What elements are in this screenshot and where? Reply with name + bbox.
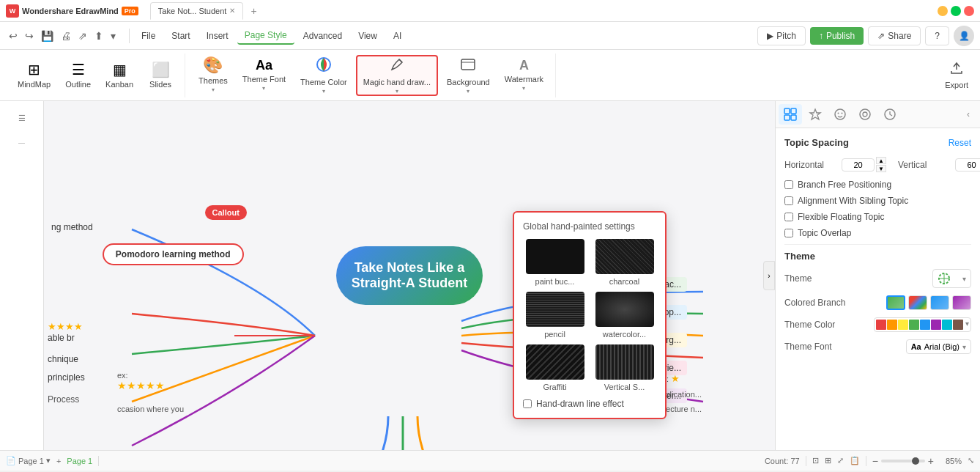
canvas-area[interactable]: ng method ★★★★ able br chnique principle…: [44, 101, 775, 450]
export-png-button[interactable]: 📋: [850, 456, 860, 465]
menu-view[interactable]: View: [351, 28, 385, 44]
add-tab-button[interactable]: +: [245, 2, 262, 20]
horizontal-down[interactable]: ▼: [876, 165, 886, 172]
background-button[interactable]: Background ▾: [441, 55, 496, 96]
magic-draw-icon: [389, 56, 405, 75]
current-page-tab[interactable]: Page 1: [67, 457, 92, 465]
left-node-4[interactable]: principles: [48, 372, 85, 383]
branch-color-purple[interactable]: [952, 295, 971, 310]
callout-node[interactable]: Callout: [205, 205, 247, 220]
alignment-sibling-checkbox[interactable]: [784, 196, 793, 205]
page-indicator[interactable]: 📄 Page 1 ▾: [6, 456, 51, 465]
colored-branch-row: Colored Branch: [784, 295, 971, 310]
font-select-dropdown[interactable]: Aa Arial (Big) ▾: [906, 339, 971, 354]
print-button[interactable]: 🖨: [58, 29, 74, 43]
topic-spacing-title: Topic Spacing: [784, 137, 849, 148]
themes-button[interactable]: 🎨 Themes ▾: [193, 55, 234, 96]
theme-select-dropdown[interactable]: ▾: [932, 269, 971, 288]
flexible-floating-checkbox[interactable]: [784, 213, 793, 221]
charcoal-item[interactable]: charcoal: [593, 239, 656, 286]
right-panel-collapse[interactable]: ‹: [959, 104, 977, 125]
menu-insert[interactable]: Insert: [199, 28, 236, 44]
pomodoro-node[interactable]: Pomodoro learning method: [103, 243, 244, 265]
rp-tab-emoji[interactable]: [828, 104, 852, 125]
slides-button[interactable]: ⬜ Slides: [142, 55, 179, 96]
paint-bucket-item[interactable]: paint buc...: [523, 239, 587, 286]
theme-color-button[interactable]: Theme Color ▾: [294, 55, 353, 96]
close-button[interactable]: [964, 6, 974, 16]
magic-draw-button[interactable]: Magic hand draw... ▾: [356, 55, 438, 96]
pencil-item[interactable]: pencil: [523, 292, 587, 339]
zoom-slider[interactable]: [881, 460, 925, 462]
actual-size-button[interactable]: ⊞: [825, 456, 831, 465]
alignment-sibling-label: Alignment With Sibling Topic: [798, 196, 908, 206]
help-button[interactable]: ?: [925, 26, 949, 45]
pitch-button[interactable]: ▶ Pitch: [757, 26, 806, 45]
kanban-button[interactable]: ▦ Kanban: [100, 55, 139, 96]
left-node-3[interactable]: chnique: [48, 354, 78, 364]
central-node[interactable]: Take Notes Like a Straight-A Student: [336, 246, 483, 305]
left-panel-menu2[interactable]: —: [7, 132, 37, 154]
watermark-button[interactable]: A Watermark ▾: [499, 55, 549, 96]
horizontal-input[interactable]: [842, 158, 875, 172]
menu-start[interactable]: Start: [164, 28, 197, 44]
maximize-button[interactable]: [951, 6, 961, 16]
tab-bar: Take Not... Student ✕ +: [150, 2, 263, 20]
color-palette-dropdown[interactable]: ▾: [874, 317, 971, 332]
share-button[interactable]: ⇗ Share: [868, 26, 921, 45]
bottom-text-occasion: ccasion where you: [117, 405, 184, 413]
rp-tab-clock[interactable]: [878, 104, 902, 125]
share-quick-button[interactable]: ⇗: [75, 29, 90, 43]
rp-tab-theme[interactable]: [853, 104, 877, 125]
add-page-button[interactable]: +: [56, 457, 61, 465]
vertical-s-item[interactable]: Vertical S...: [593, 344, 656, 391]
active-tab[interactable]: Take Not... Student ✕: [150, 2, 244, 20]
app-logo: W Wondershare EdrawMind Pro: [6, 4, 138, 18]
left-panel-collapse[interactable]: ☰: [7, 107, 37, 129]
redo-button[interactable]: ↪: [22, 29, 37, 43]
menu-advanced[interactable]: Advanced: [296, 28, 349, 44]
reset-button[interactable]: Reset: [949, 138, 971, 148]
theme-font-button[interactable]: Aa Theme Font ▾: [237, 55, 292, 96]
fullscreen-button[interactable]: ⤢: [837, 456, 844, 465]
hand-drawn-checkbox[interactable]: [523, 399, 532, 408]
undo-button[interactable]: ↩: [6, 29, 21, 43]
export-button[interactable]: Export: [939, 58, 974, 92]
branch-color-blue[interactable]: [930, 295, 949, 310]
export-quick-button[interactable]: ⬆: [92, 29, 106, 43]
user-avatar[interactable]: 👤: [954, 26, 974, 46]
tab-close-btn[interactable]: ✕: [229, 7, 235, 15]
background-arrow-icon: ▾: [467, 88, 469, 95]
panel-expand-button[interactable]: ›: [763, 261, 775, 290]
menu-bar: ↩ ↪ 💾 🖨 ⇗ ⬆ ▾ File Start Insert Page Sty…: [0, 22, 980, 50]
rp-tab-style[interactable]: [803, 104, 827, 125]
graffiti-item[interactable]: Graffiti: [523, 344, 587, 391]
vertical-input[interactable]: [955, 158, 980, 172]
zoom-slider-thumb[interactable]: [912, 457, 919, 465]
left-node-1[interactable]: ng method: [51, 222, 93, 232]
fit-screen-button[interactable]: ⊡: [812, 456, 819, 465]
zoom-out-button[interactable]: −: [872, 455, 878, 467]
outline-button[interactable]: ☰ Outline: [59, 55, 97, 96]
menu-file[interactable]: File: [134, 28, 163, 44]
save-button[interactable]: 💾: [38, 29, 56, 43]
branch-color-green[interactable]: [886, 295, 905, 310]
left-node-2[interactable]: able br: [48, 333, 75, 343]
mindmap-button[interactable]: ⊞ MindMap: [12, 55, 56, 96]
more-options-button[interactable]: ▾: [108, 29, 119, 43]
horizontal-spinner: ▲ ▼: [876, 157, 886, 172]
menu-ai[interactable]: AI: [386, 28, 409, 44]
publish-button[interactable]: ↑ Publish: [810, 27, 864, 45]
left-node-5[interactable]: Process: [48, 394, 79, 405]
minimize-button[interactable]: [938, 6, 948, 16]
zoom-in-button[interactable]: +: [928, 455, 934, 467]
horizontal-up[interactable]: ▲: [876, 157, 886, 164]
fit-window-button[interactable]: ⤡: [968, 456, 974, 465]
menu-page-style[interactable]: Page Style: [237, 27, 294, 45]
topic-overlap-checkbox[interactable]: [784, 229, 793, 237]
rp-tab-layout[interactable]: [779, 104, 802, 125]
theme-font-row: Theme Font Aa Arial (Big) ▾: [784, 339, 971, 354]
watercolor-item[interactable]: watercolor...: [593, 292, 656, 339]
branch-color-multi[interactable]: [908, 295, 927, 310]
branch-free-checkbox[interactable]: [784, 180, 793, 189]
